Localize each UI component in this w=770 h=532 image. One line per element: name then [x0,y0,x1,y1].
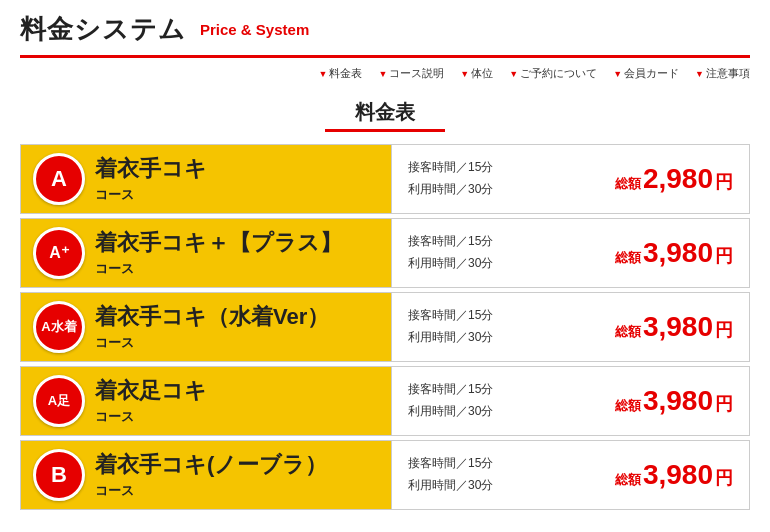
table-row: B 着衣手コキ(ノーブラ） コース 接客時間／15分 利用時間／30分 総額 3… [20,440,750,510]
table-row: A⁺ 着衣手コキ＋【プラス】 コース 接客時間／15分 利用時間／30分 総額 … [20,218,750,288]
table-row: A足 着衣足コキ コース 接客時間／15分 利用時間／30分 総額 3,980 … [20,366,750,436]
time-info: 接客時間／15分 利用時間／30分 [408,231,493,274]
price-yen: 円 [715,170,733,194]
info-cell: 接客時間／15分 利用時間／30分 総額 3,980 円 [391,367,749,435]
course-subtitle: コース [95,334,134,352]
price-display: 総額 3,980 円 [615,459,733,491]
course-badge: A足 [33,375,85,427]
section-title: 料金表 [20,91,750,144]
course-subtitle: コース [95,186,134,204]
price-label: 総額 [615,249,641,267]
course-name-block: 着衣手コキ（水着Ver） コース [95,302,329,352]
time-info: 接客時間／15分 利用時間／30分 [408,453,493,496]
course-name-block: 着衣手コキ コース [95,154,207,204]
course-cell: A水着 着衣手コキ（水着Ver） コース [21,293,391,361]
nav-link-price[interactable]: 料金表 [318,66,362,81]
nav-link-reservation[interactable]: ご予約について [509,66,597,81]
reception-time: 接客時間／15分 [408,379,493,401]
price-amount: 3,980 [643,311,713,343]
table-row: A 着衣手コキ コース 接客時間／15分 利用時間／30分 総額 2,980 円 [20,144,750,214]
info-cell: 接客時間／15分 利用時間／30分 総額 3,980 円 [391,219,749,287]
price-label: 総額 [615,323,641,341]
price-label: 総額 [615,471,641,489]
course-badge: A水着 [33,301,85,353]
use-time: 利用時間／30分 [408,327,493,349]
price-yen: 円 [715,466,733,490]
course-cell: B 着衣手コキ(ノーブラ） コース [21,441,391,509]
nav-link-position[interactable]: 体位 [460,66,493,81]
info-cell: 接客時間／15分 利用時間／30分 総額 3,980 円 [391,293,749,361]
reception-time: 接客時間／15分 [408,453,493,475]
page-title-english: Price & System [200,21,309,38]
badge-label: A [51,168,67,190]
badge-label: A足 [48,394,70,408]
price-yen: 円 [715,244,733,268]
course-name-block: 着衣足コキ コース [95,376,207,426]
time-info: 接客時間／15分 利用時間／30分 [408,157,493,200]
course-name-block: 着衣手コキ＋【プラス】 コース [95,228,342,278]
badge-label: B [51,464,67,486]
table-row: A水着 着衣手コキ（水着Ver） コース 接客時間／15分 利用時間／30分 総… [20,292,750,362]
price-display: 総額 3,980 円 [615,311,733,343]
price-label: 総額 [615,397,641,415]
course-cell: A足 着衣足コキ コース [21,367,391,435]
price-label: 総額 [615,175,641,193]
nav-link-notes[interactable]: 注意事項 [695,66,750,81]
page-title-japanese: 料金システム [20,12,186,47]
course-subtitle: コース [95,408,134,426]
course-badge: A⁺ [33,227,85,279]
course-badge: B [33,449,85,501]
use-time: 利用時間／30分 [408,253,493,275]
course-name: 着衣手コキ(ノーブラ） [95,450,327,480]
price-amount: 3,980 [643,385,713,417]
course-name: 着衣手コキ＋【プラス】 [95,228,342,258]
price-display: 総額 2,980 円 [615,163,733,195]
use-time: 利用時間／30分 [408,401,493,423]
course-cell: A 着衣手コキ コース [21,145,391,213]
badge-label: A⁺ [49,245,69,261]
use-time: 利用時間／30分 [408,179,493,201]
page-header: 料金システム Price & System [20,12,750,58]
nav-link-member[interactable]: 会員カード [613,66,679,81]
price-amount: 3,980 [643,237,713,269]
course-name: 着衣手コキ（水着Ver） [95,302,329,332]
price-amount: 2,980 [643,163,713,195]
course-cell: A⁺ 着衣手コキ＋【プラス】 コース [21,219,391,287]
price-yen: 円 [715,392,733,416]
use-time: 利用時間／30分 [408,475,493,497]
price-yen: 円 [715,318,733,342]
info-cell: 接客時間／15分 利用時間／30分 総額 3,980 円 [391,441,749,509]
reception-time: 接客時間／15分 [408,231,493,253]
time-info: 接客時間／15分 利用時間／30分 [408,379,493,422]
reception-time: 接客時間／15分 [408,157,493,179]
nav-link-course[interactable]: コース説明 [378,66,444,81]
reception-time: 接客時間／15分 [408,305,493,327]
price-table: A 着衣手コキ コース 接客時間／15分 利用時間／30分 総額 2,980 円… [20,144,750,510]
nav-links: 料金表 コース説明 体位 ご予約について 会員カード 注意事項 [20,66,750,81]
course-name-block: 着衣手コキ(ノーブラ） コース [95,450,327,500]
info-cell: 接客時間／15分 利用時間／30分 総額 2,980 円 [391,145,749,213]
course-subtitle: コース [95,482,134,500]
price-display: 総額 3,980 円 [615,385,733,417]
price-amount: 3,980 [643,459,713,491]
course-badge: A [33,153,85,205]
course-name: 着衣手コキ [95,154,207,184]
badge-label: A水着 [41,320,76,334]
price-display: 総額 3,980 円 [615,237,733,269]
course-name: 着衣足コキ [95,376,207,406]
time-info: 接客時間／15分 利用時間／30分 [408,305,493,348]
course-subtitle: コース [95,260,134,278]
